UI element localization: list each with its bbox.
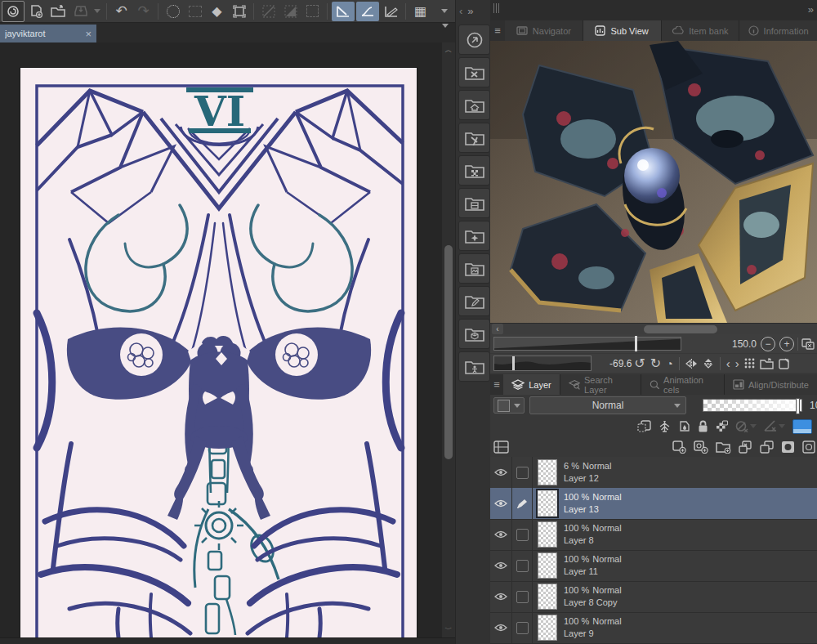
new-file-button[interactable] <box>26 2 47 21</box>
clip-to-layer-below-button[interactable] <box>637 420 651 432</box>
redo-button[interactable]: ↷ <box>133 2 154 21</box>
blend-mode-dropdown[interactable]: Normal <box>529 396 686 414</box>
selection-rect-tool[interactable] <box>302 2 323 21</box>
next-image-button[interactable]: › <box>735 356 739 370</box>
rotate-ccw-button[interactable]: ↺ <box>634 356 645 371</box>
subview-scroll-left-arrow[interactable]: ‹ <box>492 324 503 334</box>
transfer-to-lower-layer-button[interactable] <box>739 441 752 454</box>
layer-row[interactable]: 100 %Normal Layer 8 <box>490 519 817 551</box>
layer-visibility-toggle[interactable] <box>490 519 512 550</box>
layer-visibility-toggle[interactable] <box>490 612 512 643</box>
material-color-pattern-palette-button[interactable] <box>458 57 490 87</box>
dock-expand-icon[interactable]: » <box>808 3 814 16</box>
tab-layer[interactable]: Layer <box>503 374 560 395</box>
layer-thumbnail[interactable] <box>538 521 557 548</box>
app-logo-icon[interactable] <box>2 1 25 22</box>
tab-animation-cels[interactable]: Animation cels <box>641 374 725 395</box>
undo-button[interactable]: ↶ <box>111 2 132 21</box>
layer-color-display-swatch[interactable] <box>792 419 812 434</box>
subview-scrollbar-thumb[interactable] <box>644 325 717 333</box>
snap-to-special-ruler-tool-active[interactable] <box>356 2 379 21</box>
selection-fill-tool[interactable] <box>280 2 301 21</box>
material-edit-palette-button[interactable] <box>458 286 490 316</box>
canvas-scrollbar-thumb[interactable] <box>444 245 453 459</box>
rotation-slider-handle[interactable] <box>512 356 515 371</box>
subview-horizontal-scrollbar[interactable]: ‹ <box>490 323 817 335</box>
onscreen-panel-button[interactable]: ▦ <box>410 2 431 21</box>
sub-view-image[interactable] <box>490 41 817 323</box>
editing-target-pencil-icon[interactable] <box>512 488 533 519</box>
clear-reference-button[interactable] <box>779 358 790 369</box>
layer-checkbox[interactable] <box>512 519 533 550</box>
ruler-range-button[interactable] <box>764 420 785 432</box>
zoom-out-button[interactable]: − <box>761 337 775 351</box>
draft-layer-button[interactable] <box>678 420 690 432</box>
zoom-in-button[interactable]: + <box>779 337 794 351</box>
layer-visibility-toggle[interactable] <box>490 457 512 488</box>
layer-checkbox[interactable] <box>512 612 533 643</box>
split-palette-button[interactable] <box>493 441 509 454</box>
material-pose-palette-button[interactable] <box>458 351 490 382</box>
lock-layer-button[interactable] <box>698 420 708 432</box>
lock-transparent-pixels-button[interactable] <box>716 420 728 432</box>
layer-row[interactable]: 100 %Normal Layer 11 <box>490 550 817 582</box>
open-reference-button[interactable] <box>760 358 774 369</box>
enable-mask-button[interactable] <box>735 420 757 432</box>
canvas-viewport[interactable]: VI <box>0 42 442 637</box>
opacity-slider-handle[interactable] <box>796 398 800 414</box>
snap-to-ruler-tool-active[interactable] <box>332 2 355 21</box>
canvas-horizontal-scrollbar[interactable] <box>0 637 455 644</box>
layer-checkbox[interactable] <box>512 581 533 612</box>
tab-search-layer[interactable]: Search Layer <box>560 374 641 395</box>
tab-information[interactable]: Information <box>739 20 817 41</box>
image-list-button[interactable] <box>744 358 755 369</box>
layer-row[interactable]: 100 %Normal Layer 9 <box>490 612 817 644</box>
apply-mask-button[interactable] <box>802 441 815 454</box>
document-tab[interactable]: jayviktarot × <box>0 25 96 42</box>
layer-thumbnail[interactable] <box>538 490 557 517</box>
previous-image-button[interactable]: ‹ <box>726 356 730 370</box>
tab-align-distribute[interactable]: Align/Distribute <box>725 374 817 395</box>
strip-collapse-icon[interactable]: ‹ <box>459 5 462 17</box>
reference-layer-button[interactable] <box>659 420 671 432</box>
save-button[interactable] <box>70 2 91 21</box>
strip-expand-icon[interactable]: » <box>467 5 473 17</box>
document-tab-close-icon[interactable]: × <box>85 28 92 40</box>
layer-checkbox[interactable] <box>512 457 533 488</box>
layer-row[interactable]: 6 %Normal Layer 12 <box>490 457 817 489</box>
layer-checkbox[interactable] <box>512 550 533 581</box>
new-vector-layer-button[interactable] <box>694 441 708 454</box>
canvas-vertical-scrollbar[interactable]: ︿ ﹀ <box>442 42 455 637</box>
layer-row-selected[interactable]: 100 %Normal Layer 13 <box>490 488 817 520</box>
layer-visibility-toggle[interactable] <box>490 488 512 519</box>
layer-color-dropdown[interactable] <box>493 397 525 414</box>
fit-to-screen-button[interactable] <box>801 338 815 350</box>
invert-selection-button[interactable] <box>185 2 205 21</box>
tab-item-bank[interactable]: Item bank <box>662 20 740 41</box>
dock-grip[interactable] <box>493 3 499 13</box>
layer-thumbnail[interactable] <box>538 584 557 610</box>
flip-vertical-button[interactable] <box>703 358 714 369</box>
reset-rotation-button[interactable]: ◔ <box>666 357 672 370</box>
layer-row[interactable]: 100 %Normal Layer 8 Copy <box>490 581 817 613</box>
layer-visibility-toggle[interactable] <box>490 550 512 581</box>
save-menu-chevron[interactable] <box>92 2 102 21</box>
layer-thumbnail[interactable] <box>538 615 557 641</box>
zoom-slider-handle[interactable] <box>635 336 637 351</box>
toolbar-overflow-chevron[interactable] <box>439 2 450 21</box>
subview-zoom-slider[interactable] <box>493 337 681 351</box>
material-home-palette-button[interactable] <box>458 90 490 120</box>
crop-frame-button[interactable] <box>229 2 249 21</box>
new-raster-layer-button[interactable] <box>672 441 686 454</box>
merge-down-button[interactable] <box>760 441 774 454</box>
open-file-button[interactable] <box>48 2 69 21</box>
create-layer-mask-button[interactable] <box>781 441 795 454</box>
tab-sub-view[interactable]: Sub View <box>583 20 662 41</box>
tab-navigator[interactable]: Navigator <box>505 20 583 41</box>
material-image-palette-button[interactable] <box>458 253 490 284</box>
scroll-up-arrow[interactable]: ︿ <box>442 44 455 56</box>
rotate-cw-button[interactable]: ↻ <box>650 356 661 371</box>
subview-rotation-slider[interactable] <box>493 356 592 371</box>
palette-menu-icon[interactable]: ≡ <box>490 20 505 41</box>
deselect-button[interactable] <box>163 2 183 21</box>
